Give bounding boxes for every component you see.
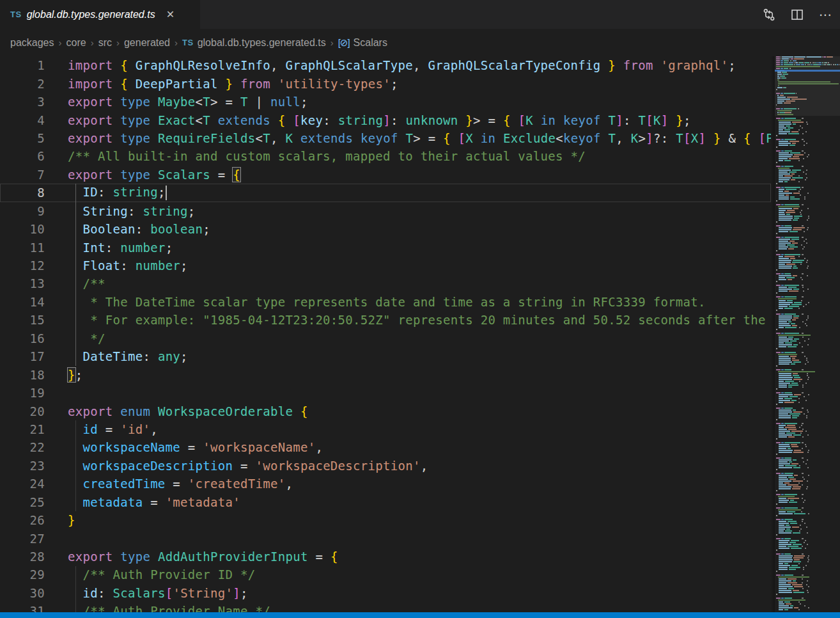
line-number[interactable]: 11 [0, 241, 45, 255]
code-line[interactable]: 29 /** Auth Provider ID */ [0, 566, 771, 583]
code-line[interactable]: 6/** All built-in and custom scalars, ma… [0, 147, 771, 165]
code-line[interactable]: 9 String: string; [0, 202, 771, 220]
code-line[interactable]: 12 Float: number; [0, 257, 771, 274]
code-line[interactable]: 5export type RequireFields<T, K extends … [0, 129, 771, 147]
line-number[interactable]: 12 [0, 258, 45, 273]
line-number[interactable]: 18 [0, 368, 45, 382]
breadcrumb-item-packages[interactable]: packages [10, 37, 54, 49]
breadcrumb-item-file[interactable]: TS global.db.types.generated.ts [182, 37, 326, 49]
minimap-row [775, 313, 840, 315]
minimap-row [775, 565, 840, 566]
code-line[interactable]: 13 /** [0, 274, 771, 292]
breadcrumb-item-core[interactable]: core [66, 37, 86, 49]
code-line[interactable]: 20export enum WorkspaceOrderable { [0, 402, 771, 420]
line-number[interactable]: 29 [0, 567, 45, 582]
line-number[interactable]: 24 [0, 477, 45, 491]
minimap-row [775, 571, 840, 572]
code-line[interactable]: 7export type Scalars = { [0, 166, 771, 184]
code-area[interactable]: 1import { GraphQLResolveInfo, GraphQLSca… [0, 56, 771, 612]
code-line[interactable]: 15 * For example: "1985-04-12T23:20:50.5… [0, 311, 771, 329]
code-line[interactable]: 10 Boolean: boolean; [0, 220, 771, 238]
line-number[interactable]: 28 [0, 550, 45, 564]
breadcrumb-item-symbol-scalars[interactable]: [⊘] Scalars [338, 37, 387, 49]
code-line[interactable]: 22 workspaceName = 'workspaceName', [0, 438, 771, 456]
line-number[interactable]: 17 [0, 349, 45, 363]
line-number[interactable]: 9 [0, 204, 45, 218]
line-number[interactable]: 2 [0, 77, 45, 91]
more-actions-icon[interactable]: ⋯ [816, 5, 835, 24]
minimap-row [775, 283, 840, 284]
line-number[interactable]: 10 [0, 222, 45, 236]
minimap-row [775, 100, 840, 102]
code-line[interactable]: 14 * The DateTime scalar type represents… [0, 293, 771, 311]
line-number[interactable]: 13 [0, 276, 45, 290]
code-line[interactable]: 17 DateTime: any; [0, 347, 771, 365]
line-number[interactable]: 6 [0, 149, 45, 163]
token: } [68, 513, 75, 527]
code-line[interactable]: 24 createdTime = 'createdTime', [0, 475, 771, 493]
code-line[interactable]: 27 [0, 529, 771, 547]
code-line[interactable]: 19 [0, 384, 771, 402]
code-line[interactable]: 4export type Exact<T extends { [key: str… [0, 111, 771, 129]
minimap-row [775, 335, 840, 336]
line-number[interactable]: 30 [0, 586, 45, 600]
line-number[interactable]: 1 [0, 58, 45, 72]
code-text: Boolean: boolean; [45, 222, 210, 236]
code-line[interactable]: 23 workspaceDescription = 'workspaceDesc… [0, 457, 771, 475]
line-number[interactable]: 23 [0, 459, 45, 473]
line-number[interactable]: 26 [0, 513, 45, 527]
breadcrumb-item-generated[interactable]: generated [124, 37, 170, 49]
line-number[interactable]: 19 [0, 386, 45, 400]
code-line[interactable]: 16 */ [0, 329, 771, 347]
split-editor-icon[interactable] [788, 5, 807, 24]
line-number[interactable]: 8 [0, 186, 45, 200]
line-number[interactable]: 20 [0, 404, 45, 418]
code-line[interactable]: 18}; [0, 365, 771, 383]
line-number[interactable]: 22 [0, 440, 45, 454]
code-line[interactable]: 8 ID: string; [0, 184, 771, 202]
tab-global-db-types-generated[interactable]: TS global.db.types.generated.ts ✕ [0, 0, 200, 29]
minimap-row [775, 573, 840, 574]
line-number[interactable]: 16 [0, 331, 45, 345]
minimap-row [775, 185, 840, 186]
minimap-row [775, 125, 840, 127]
line-number[interactable]: 21 [0, 422, 45, 436]
breadcrumb-item-src[interactable]: src [98, 37, 112, 49]
minimap-row [775, 413, 840, 415]
minimap-row [775, 492, 840, 493]
code-line[interactable]: 26} [0, 511, 771, 529]
token: type [120, 550, 150, 564]
line-number[interactable]: 14 [0, 295, 45, 309]
line-number[interactable]: 15 [0, 313, 45, 327]
minimap-row [775, 342, 840, 344]
line-number[interactable]: 5 [0, 131, 45, 145]
minimap-row [775, 402, 840, 403]
minimap-row [775, 555, 840, 557]
line-number[interactable]: 25 [0, 495, 45, 509]
code-line[interactable]: 28export type AddAuthProviderInput = { [0, 548, 771, 566]
minimap[interactable] [775, 56, 840, 612]
minimap-row [775, 281, 840, 282]
minimap-row [775, 267, 840, 269]
code-line[interactable]: 3export type Maybe<T> = T | null; [0, 93, 771, 111]
open-changes-icon[interactable] [759, 5, 779, 24]
code-line[interactable]: 2import { DeepPartial } from 'utility-ty… [0, 74, 771, 92]
minimap-row [775, 208, 840, 209]
code-line[interactable]: 11 Int: number; [0, 238, 771, 256]
token: [ [458, 131, 466, 145]
line-number[interactable]: 4 [0, 113, 45, 127]
code-line[interactable]: 21 id = 'id', [0, 420, 771, 438]
minimap-row [775, 609, 840, 610]
close-icon[interactable]: ✕ [164, 8, 176, 21]
minimap-row [775, 308, 840, 309]
line-number[interactable]: 31 [0, 604, 45, 612]
line-number[interactable]: 27 [0, 532, 45, 546]
line-number[interactable]: 3 [0, 95, 45, 109]
code-line[interactable]: 25 metadata = 'metadata' [0, 493, 771, 511]
token: : [391, 113, 405, 127]
code-line[interactable]: 30 id: Scalars['String']; [0, 584, 771, 602]
code-line[interactable]: 31 /** Auth Provider Name */ [0, 602, 771, 612]
code-line[interactable]: 1import { GraphQLResolveInfo, GraphQLSca… [0, 56, 771, 74]
minimap-row [775, 181, 840, 182]
line-number[interactable]: 7 [0, 168, 45, 182]
